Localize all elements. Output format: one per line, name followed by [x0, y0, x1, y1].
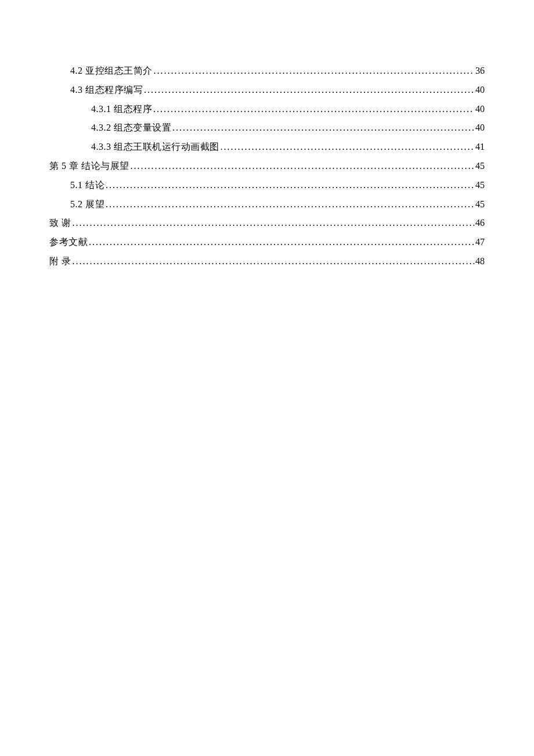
toc-entry-label: 参考文献 [49, 233, 88, 252]
toc-entry: 第 5 章 结论与展望45 [49, 157, 485, 176]
toc-leader-dots [219, 138, 475, 157]
toc-entry: 4.3.2 组态变量设置40 [49, 118, 485, 138]
table-of-contents: 4.2 亚控组态王简介364.3 组态程序编写404.3.1 组态程序404.3… [49, 62, 485, 271]
toc-entry: 4.3 组态程序编写40 [49, 81, 485, 100]
toc-entry: 4.3.1 组态程序40 [49, 100, 485, 119]
toc-leader-dots [71, 252, 475, 271]
toc-entry-page: 48 [474, 252, 485, 271]
toc-entry-label: 4.3.1 组态程序 [91, 100, 152, 119]
toc-entry: 5.1 结论45 [49, 176, 485, 195]
toc-entry-page: 40 [474, 118, 485, 138]
toc-entry-label: 4.3 组态程序编写 [70, 81, 143, 100]
toc-entry: 4.2 亚控组态王简介36 [49, 62, 485, 81]
toc-entry-page: 45 [474, 157, 485, 176]
toc-entry-page: 40 [474, 81, 485, 100]
toc-entry-page: 40 [474, 100, 485, 119]
toc-leader-dots [104, 176, 474, 195]
toc-entry: 附 录48 [49, 252, 485, 271]
toc-leader-dots [71, 214, 475, 233]
toc-entry: 参考文献47 [49, 233, 485, 252]
toc-leader-dots [88, 233, 474, 252]
toc-entry: 4.3.3 组态王联机运行动画截图41 [49, 138, 485, 157]
toc-entry: 5.2 展望45 [49, 195, 485, 214]
toc-entry-label: 5.2 展望 [70, 195, 104, 214]
toc-entry-label: 5.1 结论 [70, 176, 104, 195]
toc-entry-page: 46 [474, 214, 485, 233]
toc-entry-page: 41 [474, 138, 485, 157]
toc-entry-label: 4.2 亚控组态王简介 [70, 62, 153, 81]
toc-entry-page: 45 [474, 195, 485, 214]
toc-leader-dots [129, 157, 475, 176]
toc-entry-label: 致 谢 [49, 214, 71, 233]
toc-entry-page: 36 [474, 62, 485, 81]
toc-leader-dots [153, 62, 475, 81]
toc-entry-label: 第 5 章 结论与展望 [49, 157, 129, 176]
toc-entry-page: 47 [474, 233, 485, 252]
toc-leader-dots [152, 100, 474, 119]
toc-entry-label: 4.3.2 组态变量设置 [91, 118, 171, 138]
toc-leader-dots [171, 118, 474, 138]
toc-entry-label: 附 录 [49, 252, 71, 271]
toc-entry-page: 45 [474, 176, 485, 195]
toc-leader-dots [143, 81, 474, 100]
toc-entry-label: 4.3.3 组态王联机运行动画截图 [91, 138, 219, 157]
toc-entry: 致 谢46 [49, 214, 485, 233]
toc-leader-dots [104, 195, 474, 214]
